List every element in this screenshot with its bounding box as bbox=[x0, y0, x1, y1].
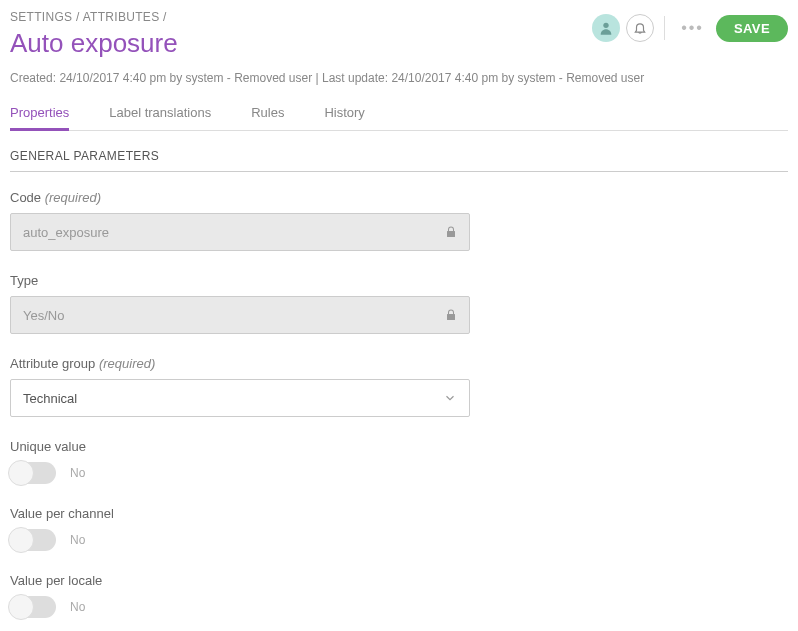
code-required: (required) bbox=[45, 190, 101, 205]
section-general-title: GENERAL PARAMETERS bbox=[10, 149, 788, 163]
breadcrumb-attributes[interactable]: Attributes bbox=[83, 10, 160, 24]
code-value: auto_exposure bbox=[23, 225, 109, 240]
unique-value-toggle[interactable] bbox=[10, 462, 56, 484]
lock-icon bbox=[445, 309, 457, 321]
code-input: auto_exposure bbox=[10, 213, 470, 251]
value-per-channel-state: No bbox=[70, 533, 85, 547]
field-type: Type Yes/No bbox=[10, 273, 788, 334]
tab-history[interactable]: History bbox=[324, 97, 364, 130]
field-code: Code (required) auto_exposure bbox=[10, 190, 788, 251]
attribute-group-label: Attribute group bbox=[10, 356, 95, 371]
field-attribute-group: Attribute group (required) Technical bbox=[10, 356, 788, 417]
value-per-locale-toggle[interactable] bbox=[10, 596, 56, 618]
breadcrumb-sep: / bbox=[76, 10, 80, 24]
attribute-group-value: Technical bbox=[23, 391, 77, 406]
tabs: Properties Label translations Rules Hist… bbox=[10, 97, 788, 131]
value-per-channel-label: Value per channel bbox=[10, 506, 114, 521]
type-value: Yes/No bbox=[23, 308, 64, 323]
meta-line: Created: 24/10/2017 4:40 pm by system - … bbox=[10, 71, 788, 85]
field-value-per-channel: Value per channel No bbox=[10, 506, 788, 551]
breadcrumb-sep: / bbox=[163, 10, 167, 24]
created-label: Created: bbox=[10, 71, 56, 85]
notifications-button[interactable] bbox=[626, 14, 654, 42]
meta-sep: | bbox=[316, 71, 319, 85]
save-button[interactable]: SAVE bbox=[716, 15, 788, 42]
breadcrumb: Settings / Attributes / bbox=[10, 10, 592, 24]
page-title: Auto exposure bbox=[10, 28, 592, 59]
field-value-per-locale: Value per locale No bbox=[10, 573, 788, 618]
value-per-locale-label: Value per locale bbox=[10, 573, 102, 588]
created-value: 24/10/2017 4:40 pm by system - Removed u… bbox=[59, 71, 312, 85]
breadcrumb-settings[interactable]: Settings bbox=[10, 10, 72, 24]
tab-label-translations[interactable]: Label translations bbox=[109, 97, 211, 130]
type-label: Type bbox=[10, 273, 38, 288]
value-per-locale-state: No bbox=[70, 600, 85, 614]
updated-label: Last update: bbox=[322, 71, 388, 85]
section-separator bbox=[10, 171, 788, 172]
bell-icon bbox=[633, 21, 647, 35]
code-label: Code bbox=[10, 190, 41, 205]
avatar[interactable] bbox=[592, 14, 620, 42]
chevron-down-icon bbox=[443, 391, 457, 405]
separator bbox=[664, 16, 665, 40]
lock-icon bbox=[445, 226, 457, 238]
tab-rules[interactable]: Rules bbox=[251, 97, 284, 130]
user-icon bbox=[598, 20, 614, 36]
field-unique-value: Unique value No bbox=[10, 439, 788, 484]
more-menu-button[interactable]: ••• bbox=[675, 19, 710, 37]
attribute-group-select[interactable]: Technical bbox=[10, 379, 470, 417]
unique-value-state: No bbox=[70, 466, 85, 480]
updated-value: 24/10/2017 4:40 pm by system - Removed u… bbox=[391, 71, 644, 85]
attribute-group-required: (required) bbox=[99, 356, 155, 371]
value-per-channel-toggle[interactable] bbox=[10, 529, 56, 551]
svg-point-0 bbox=[603, 23, 608, 28]
type-input: Yes/No bbox=[10, 296, 470, 334]
unique-value-label: Unique value bbox=[10, 439, 86, 454]
tab-properties[interactable]: Properties bbox=[10, 97, 69, 130]
